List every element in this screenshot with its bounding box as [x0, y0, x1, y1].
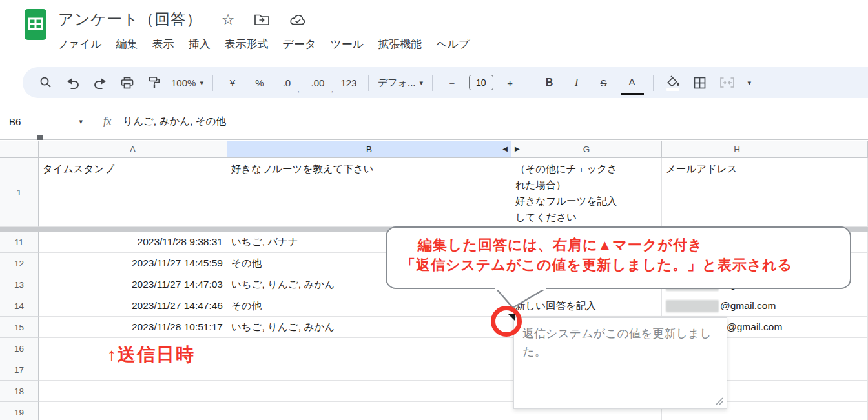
cell-b15[interactable]: いちご, りんご, みかん	[227, 317, 512, 338]
menu-insert[interactable]: 挿入	[189, 37, 211, 52]
print-button[interactable]	[117, 72, 138, 94]
cell-a19[interactable]	[39, 402, 227, 420]
cell-extra[interactable]	[812, 359, 868, 381]
menu-view[interactable]: 表示	[152, 37, 174, 52]
cell-b18[interactable]	[227, 381, 512, 402]
table-row-15: 15 2023/11/28 10:51:17 いちご, りんご, みかん @gm…	[0, 317, 868, 338]
note-text: 返信システムがこの値を更新しまし た。	[522, 325, 718, 361]
zoom-select[interactable]: 100% ▾	[171, 72, 203, 94]
cell-b16[interactable]	[227, 338, 512, 359]
cloud-saved-icon	[289, 14, 307, 26]
column-letter: A	[130, 145, 136, 154]
annotation-circle	[491, 306, 522, 337]
row-header-19[interactable]: 19	[0, 402, 39, 420]
percent-format-button[interactable]: %	[249, 72, 270, 94]
row-header-17[interactable]: 17	[0, 359, 39, 381]
menu-help[interactable]: ヘルプ	[436, 37, 470, 52]
cell-extra-1[interactable]	[812, 158, 868, 227]
increase-decimals-button[interactable]: .00 →	[307, 72, 332, 94]
font-family-select[interactable]: デフォ... ▾	[378, 72, 423, 94]
column-header-b[interactable]: B ◀	[227, 141, 512, 158]
merge-cells-button[interactable]	[717, 72, 738, 94]
row-header-16[interactable]: 16	[0, 338, 39, 359]
italic-button[interactable]: I	[566, 72, 587, 94]
resize-handle-icon[interactable]	[715, 397, 723, 405]
cell-a15[interactable]: 2023/11/28 10:51:17	[39, 317, 227, 338]
menu-tools[interactable]: ツール	[330, 37, 364, 52]
menu-file[interactable]: ファイル	[57, 37, 102, 52]
redo-button[interactable]	[90, 72, 110, 94]
cell-a14[interactable]: 2023/11/27 14:47:46	[39, 295, 227, 317]
cell-h1[interactable]: メールアドレス	[662, 158, 812, 227]
undo-button[interactable]	[63, 72, 83, 94]
column-header-a[interactable]: A	[39, 141, 227, 158]
cell-b17[interactable]	[227, 359, 512, 381]
fill-color-button[interactable]	[663, 72, 683, 94]
row-header-18[interactable]: 18	[0, 381, 39, 402]
formula-bar-value[interactable]: りんご, みかん, その他	[123, 115, 226, 128]
cell-b14[interactable]: その他	[227, 295, 512, 317]
star-icon[interactable]: ☆	[222, 13, 235, 26]
freeze-pane-handle[interactable]	[37, 135, 43, 140]
arrow-left-icon: ←	[296, 86, 304, 94]
column-header-extra[interactable]	[812, 141, 868, 158]
font-family-value: デフォ...	[378, 77, 416, 89]
table-row-14: 14 2023/11/27 14:47:46 その他 新しい回答を記入 @gma…	[0, 295, 868, 317]
cell-a18[interactable]	[39, 381, 227, 402]
show-hidden-columns-right-icon[interactable]: ▶	[515, 146, 520, 152]
cell-extra[interactable]	[812, 338, 868, 359]
chevron-down-icon: ▾	[419, 79, 423, 87]
row-header-15[interactable]: 15	[0, 317, 39, 338]
row-header-1[interactable]: 1	[0, 158, 39, 227]
show-hidden-columns-left-icon[interactable]: ◀	[502, 146, 508, 152]
cell-a12[interactable]: 2023/11/27 14:45:59	[39, 253, 227, 274]
row-header-12[interactable]: 12	[0, 253, 39, 274]
currency-format-button[interactable]: ¥	[222, 72, 243, 94]
document-title[interactable]: アンケート（回答）	[58, 9, 202, 30]
paint-roller-icon	[148, 76, 161, 90]
cell-h14[interactable]: @gmail.com	[662, 295, 812, 317]
decrease-font-size-button[interactable]: −	[442, 72, 462, 94]
menu-format[interactable]: 表示形式	[225, 37, 269, 52]
font-size-input[interactable]: 10	[469, 75, 493, 90]
name-box[interactable]: B6 ▾	[0, 116, 92, 127]
cell-a1[interactable]: タイムスタンプ	[39, 158, 227, 227]
cell-a11[interactable]: 2023/11/28 9:38:31	[39, 232, 227, 253]
chevron-down-icon[interactable]: ▾	[79, 117, 83, 126]
chevron-down-icon[interactable]: ▾	[748, 79, 752, 87]
cell-extra[interactable]	[812, 317, 868, 338]
decrease-decimals-label: .0	[283, 77, 291, 88]
row-header-13[interactable]: 13	[0, 274, 39, 295]
decrease-decimals-button[interactable]: .0 ←	[276, 72, 301, 94]
column-header-g[interactable]: ▶ G	[512, 141, 662, 158]
paint-format-button[interactable]	[144, 72, 165, 94]
cell-g1[interactable]: （その他にチェックさ れた場合） 好きなフルーツを記入 してください	[512, 158, 662, 227]
borders-button[interactable]	[690, 72, 710, 94]
text-color-button[interactable]: A	[621, 70, 644, 95]
cell-extra[interactable]	[812, 402, 868, 420]
row-header-14[interactable]: 14	[0, 295, 39, 317]
increase-font-size-button[interactable]: +	[500, 72, 521, 94]
cell-extra[interactable]	[812, 295, 868, 317]
move-folder-icon[interactable]	[254, 13, 270, 26]
column-header-row: A B ◀ ▶ G H	[0, 141, 868, 158]
google-sheets-logo-icon[interactable]	[23, 8, 48, 41]
menu-extensions[interactable]: 拡張機能	[378, 37, 422, 52]
note-tooltip: 返信システムがこの値を更新しまし た。	[513, 317, 727, 409]
menu-data[interactable]: データ	[283, 37, 316, 52]
row-header-11[interactable]: 11	[0, 232, 39, 253]
email-domain: @gmail.com	[727, 321, 782, 333]
bold-button[interactable]: B	[539, 72, 560, 94]
cell-b19[interactable]	[227, 402, 512, 420]
cell-b1[interactable]: 好きなフルーツを教えて下さい	[227, 158, 512, 227]
strikethrough-button[interactable]: S	[594, 72, 614, 94]
menu-edit[interactable]: 編集	[116, 37, 138, 52]
select-all-corner[interactable]	[0, 141, 39, 158]
cell-a13[interactable]: 2023/11/27 14:47:03	[39, 274, 227, 295]
search-button[interactable]	[36, 72, 56, 94]
active-cell-reference: B6	[9, 116, 21, 127]
more-number-formats-button[interactable]: 123	[338, 72, 359, 94]
column-header-h[interactable]: H	[662, 141, 812, 158]
toolbar-divider	[530, 75, 530, 91]
cell-extra[interactable]	[812, 381, 868, 402]
